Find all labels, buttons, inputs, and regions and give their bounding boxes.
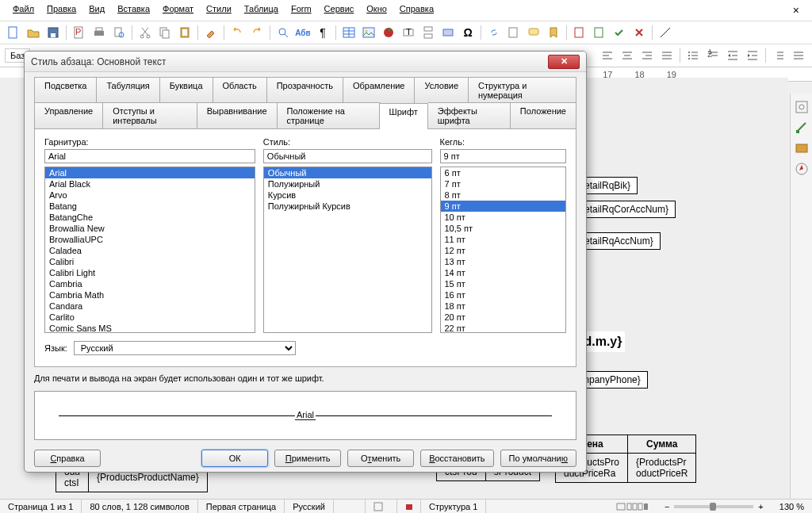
insert-page-break-button[interactable]: [419, 24, 437, 41]
properties-icon[interactable]: [795, 100, 809, 114]
tab-font[interactable]: Шрифт: [380, 103, 428, 129]
show-changes-button[interactable]: [591, 24, 608, 41]
list-item[interactable]: BrowalliaUPC: [45, 234, 255, 245]
tab-font-effects[interactable]: Эффекты шрифта: [428, 102, 511, 128]
status-insert-mode[interactable]: [334, 500, 366, 513]
menu-form[interactable]: Form: [285, 2, 318, 19]
decrease-indent2-button[interactable]: [790, 47, 807, 64]
accept-change-button[interactable]: [611, 24, 628, 41]
menu-help[interactable]: Справка: [393, 2, 440, 19]
menu-file[interactable]: Файл: [6, 2, 40, 19]
align-left-button[interactable]: [599, 47, 616, 64]
list-item[interactable]: 15 пт: [441, 278, 566, 289]
list-item[interactable]: 18 пт: [441, 301, 566, 312]
help-button[interactable]: Справка: [34, 450, 101, 467]
save-button[interactable]: [44, 24, 62, 41]
font-size-input[interactable]: [440, 149, 567, 163]
tab-organizer[interactable]: Управление: [34, 102, 103, 128]
insert-textbox-button[interactable]: T: [400, 24, 417, 41]
reject-change-button[interactable]: [630, 24, 648, 41]
gallery-icon[interactable]: [795, 141, 809, 155]
footnote-button[interactable]: [505, 24, 523, 41]
print-preview-button[interactable]: [110, 24, 128, 41]
zoom-slider[interactable]: −+: [657, 500, 772, 513]
font-size-listbox[interactable]: 6 пт7 пт8 пт9 пт10 пт10,5 пт11 пт12 пт13…: [440, 167, 567, 333]
redo-button[interactable]: [248, 24, 266, 41]
menu-styles[interactable]: Стили: [200, 2, 238, 19]
list-item[interactable]: 10 пт: [441, 212, 566, 223]
insert-special-char-button[interactable]: Ω: [459, 24, 477, 41]
status-signature[interactable]: [397, 500, 421, 513]
align-justify-button[interactable]: [658, 47, 676, 64]
align-center-button[interactable]: [619, 47, 636, 64]
status-selection-mode[interactable]: [366, 500, 397, 513]
tab-area[interactable]: Область: [213, 77, 267, 103]
styles-icon[interactable]: [795, 121, 809, 135]
line-button[interactable]: [657, 24, 674, 41]
list-item[interactable]: Comic Sans MS: [45, 323, 255, 333]
insert-table-button[interactable]: [340, 24, 358, 41]
list-item[interactable]: Обычный: [264, 167, 431, 178]
track-changes-button[interactable]: [571, 24, 588, 41]
language-select[interactable]: Русский: [74, 341, 296, 355]
bullet-list-button[interactable]: [684, 47, 702, 64]
dialog-titlebar[interactable]: Стиль абзаца: Основной текст ✕: [25, 52, 586, 72]
menu-format[interactable]: Формат: [156, 2, 200, 19]
zoom-percent[interactable]: 130 %: [772, 500, 812, 513]
insert-chart-button[interactable]: [380, 24, 397, 41]
tab-highlighting[interactable]: Подсветка: [34, 77, 97, 103]
tab-condition[interactable]: Условие: [415, 77, 469, 103]
tab-outline-numbering[interactable]: Структура и нумерация: [469, 77, 576, 103]
menu-table[interactable]: Таблица: [238, 2, 285, 19]
font-family-listbox[interactable]: ArialArial BlackArvoBatangBatangCheBrowa…: [44, 167, 255, 333]
tab-alignment[interactable]: Выравнивание: [197, 102, 278, 128]
tab-borders[interactable]: Обрамление: [343, 77, 416, 103]
list-item[interactable]: Полужирный Курсив: [264, 201, 431, 212]
tab-transparency[interactable]: Прозрачность: [267, 77, 343, 103]
apply-button[interactable]: Применить: [274, 450, 341, 467]
list-item[interactable]: Batang: [45, 201, 255, 212]
menu-tools[interactable]: Сервис: [318, 2, 361, 19]
insert-image-button[interactable]: [360, 24, 377, 41]
spellcheck-button[interactable]: Абв: [294, 24, 312, 41]
list-item[interactable]: 22 пт: [441, 323, 566, 333]
cancel-button[interactable]: Отменить: [347, 450, 414, 467]
list-item[interactable]: 13 пт: [441, 256, 566, 267]
list-item[interactable]: 6 пт: [441, 167, 566, 178]
list-item[interactable]: Calibri Light: [45, 267, 255, 278]
list-item[interactable]: 9 пт: [441, 201, 566, 212]
status-wordcount[interactable]: 80 слов, 1 128 символов: [82, 500, 197, 513]
status-language[interactable]: Русский: [285, 500, 334, 513]
tab-tabs[interactable]: Табуляция: [97, 77, 159, 103]
list-item[interactable]: Caladea: [45, 245, 255, 256]
insert-comment-button[interactable]: [525, 24, 542, 41]
font-style-input[interactable]: [263, 149, 432, 163]
menu-view[interactable]: Вид: [82, 2, 111, 19]
list-item[interactable]: 20 пт: [441, 312, 566, 323]
new-doc-button[interactable]: [5, 24, 22, 41]
list-item[interactable]: 8 пт: [441, 190, 566, 201]
decrease-indent-button[interactable]: [744, 47, 761, 64]
list-item[interactable]: Arial: [45, 167, 255, 178]
tab-dropcaps[interactable]: Буквица: [160, 77, 213, 103]
tab-position[interactable]: Положение: [511, 102, 576, 128]
tab-textflow[interactable]: Положение на странице: [278, 102, 380, 128]
menu-edit[interactable]: Правка: [40, 2, 82, 19]
list-item[interactable]: 11 пт: [441, 234, 566, 245]
format-paintbrush-button[interactable]: [202, 24, 220, 41]
list-item[interactable]: Arial Black: [45, 178, 255, 190]
menu-window[interactable]: Окно: [360, 2, 393, 19]
list-item[interactable]: Browallia New: [45, 223, 255, 234]
increase-indent-button[interactable]: [724, 47, 741, 64]
undo-button[interactable]: [228, 24, 246, 41]
status-pagestyle[interactable]: Первая страница: [198, 500, 285, 513]
list-item[interactable]: Курсив: [264, 190, 431, 201]
list-item[interactable]: 10,5 пт: [441, 223, 566, 234]
formatting-marks-button[interactable]: ¶: [314, 24, 331, 41]
list-item[interactable]: 14 пт: [441, 267, 566, 278]
list-item[interactable]: Arvo: [45, 190, 255, 201]
ok-button[interactable]: ОК: [201, 450, 268, 467]
numbered-list-button[interactable]: 12: [704, 47, 722, 64]
list-item[interactable]: Calibri: [45, 256, 255, 267]
view-layout-buttons[interactable]: [607, 500, 657, 513]
